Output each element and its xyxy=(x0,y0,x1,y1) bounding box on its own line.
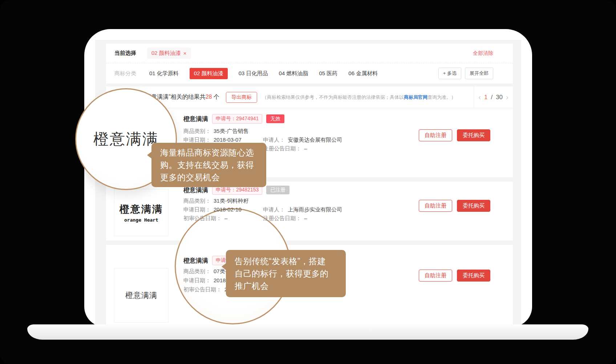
trademark-image-text: 橙意满满 xyxy=(119,203,163,216)
tooltip-marketplace: 海量精品商标资源随心选 购。支持在线交易，获得 更多的交易机会 xyxy=(151,143,266,187)
category-item-01[interactable]: 01 化学原料 xyxy=(149,70,179,77)
category-label: 商品类别： xyxy=(183,198,211,204)
apply-date-value: 2018-02-10 xyxy=(214,206,242,213)
category-item-02-selected[interactable]: 02 颜料油漆 xyxy=(190,68,228,79)
pagination-separator: / xyxy=(491,94,493,101)
chevron-right-icon[interactable]: › xyxy=(506,93,508,101)
category-list: 01 化学原料 02 颜料油漆 03 日化用品 04 燃料油脂 05 医药 06… xyxy=(149,68,378,79)
trademark-image-2: 橙意满满 orange Heart xyxy=(114,189,169,236)
results-disclaimer: （商标检索结果仅供参考，不作为商标能否注册的法律依据；具体以商标局官网查询为准。… xyxy=(262,94,456,101)
first-pub-label: 初审公告日期： xyxy=(183,286,222,292)
pagination: ‹ 1 / 30 › xyxy=(474,86,513,108)
current-selection-label: 当前选择 xyxy=(114,50,136,57)
pagination-current: 1 xyxy=(484,94,487,101)
trademark-name: 橙意满满 xyxy=(183,115,208,123)
category-item-03[interactable]: 03 日化用品 xyxy=(239,70,268,77)
category-row: 商标分类 01 化学原料 02 颜料油漆 03 日化用品 04 燃料油脂 05 … xyxy=(106,63,513,84)
result-row-2: 橙意满满 orange Heart 橙意满满 申请号：29482153 已注册 … xyxy=(106,182,513,240)
chevron-left-icon[interactable]: ‹ xyxy=(478,93,481,101)
reg-pub-label: 注册公告日期： xyxy=(263,215,301,221)
status-badge: 已注册 xyxy=(266,186,289,194)
reg-pub-value: – xyxy=(304,145,307,151)
applicant-value: 安徽美达会展有限公司 xyxy=(288,137,342,143)
self-register-button[interactable]: 自助注册 xyxy=(419,200,452,212)
category-item-06[interactable]: 06 金属材料 xyxy=(348,70,378,77)
status-badge: 无效 xyxy=(266,114,284,123)
apply-date-label: 申请日期： xyxy=(183,137,211,143)
results-count-suffix: 个 xyxy=(212,94,219,100)
application-number-label: 申请号： xyxy=(216,187,236,193)
trademark-name: 橙意满满 xyxy=(183,256,208,265)
category-label: 商品类别： xyxy=(183,128,211,134)
page-background: 当前选择 02 颜料油漆 × 全部清除 商标分类 01 化学原料 02 颜料油漆… xyxy=(0,0,616,364)
apply-date-label: 申请日期： xyxy=(183,206,211,213)
category-item-04[interactable]: 04 燃料油脂 xyxy=(279,70,308,77)
magnified-trademark-text: 橙意满满 xyxy=(93,129,159,149)
apply-date-label: 申请日期： xyxy=(183,277,211,283)
application-number-label: 申请号： xyxy=(216,116,236,121)
pagination-total: 30 xyxy=(496,94,503,101)
first-pub-label: 初审公告日期： xyxy=(183,215,222,221)
current-selection-row: 当前选择 02 颜料油漆 × 全部清除 xyxy=(106,44,513,63)
category-item-05[interactable]: 05 医药 xyxy=(319,70,337,77)
close-icon[interactable]: × xyxy=(183,50,187,56)
category-label: 商品类别： xyxy=(183,268,211,274)
application-number-value: 29482153 xyxy=(236,187,259,193)
application-number-tag: 申请号：29474941 xyxy=(212,114,262,124)
reg-pub-value: – xyxy=(304,215,307,221)
self-register-button[interactable]: 自助注册 xyxy=(419,129,452,141)
entrust-buy-button[interactable]: 委托购买 xyxy=(457,200,490,212)
category-value: 31类-饲料种籽 xyxy=(214,198,249,204)
category-row-label: 商标分类 xyxy=(114,70,136,77)
results-header: 为您检索到“橙意满满”相关的结果共28 个 导出商标 （商标检索结果仅供参考，不… xyxy=(106,86,513,108)
export-trademarks-button[interactable]: 导出商标 xyxy=(226,92,257,103)
category-value: 35类-广告销售 xyxy=(214,128,249,134)
multi-select-button[interactable]: + 多选 xyxy=(438,68,461,79)
entrust-buy-button[interactable]: 委托购买 xyxy=(457,129,490,141)
trademark-office-link[interactable]: 商标局官网 xyxy=(404,94,427,100)
selected-filter-chip-label: 02 颜料油漆 xyxy=(151,50,181,57)
disclaimer-text-post: 查询为准。） xyxy=(427,94,456,100)
applicant-label: 申请人： xyxy=(263,137,285,143)
category-actions: + 多选 展开全部 xyxy=(438,68,493,79)
application-number-value: 29474941 xyxy=(236,116,259,121)
applicant-label: 申请人： xyxy=(263,206,285,213)
expand-all-button[interactable]: 展开全部 xyxy=(465,68,493,79)
selected-filter-chip[interactable]: 02 颜料油漆 × xyxy=(147,48,191,59)
trademark-image-text: 橙意满满 xyxy=(125,290,157,300)
entrust-buy-button[interactable]: 委托购买 xyxy=(457,270,490,282)
results-count: 28 xyxy=(206,94,212,100)
filter-panel: 当前选择 02 颜料油漆 × 全部清除 商标分类 01 化学原料 02 颜料油漆… xyxy=(106,44,513,84)
clear-all-link[interactable]: 全部清除 xyxy=(473,50,493,57)
reg-pub-label: 注册公告日期： xyxy=(263,145,301,151)
disclaimer-text-pre: （商标检索结果仅供参考，不作为商标能否注册的法律依据；具体以 xyxy=(262,94,404,100)
tooltip-promotion: 告别传统“发表格”，搭建 自己的标行，获得更多的 推广机会 xyxy=(226,250,346,297)
applicant-value: 上海雨步实业有限公司 xyxy=(288,206,342,213)
apply-date-value: 2018-03-07 xyxy=(214,137,242,143)
trademark-image-subtext: orange Heart xyxy=(124,217,158,223)
first-pub-value: – xyxy=(224,215,227,221)
trademark-image-3: 橙意满满 xyxy=(114,268,169,323)
self-register-button[interactable]: 自助注册 xyxy=(419,270,452,282)
